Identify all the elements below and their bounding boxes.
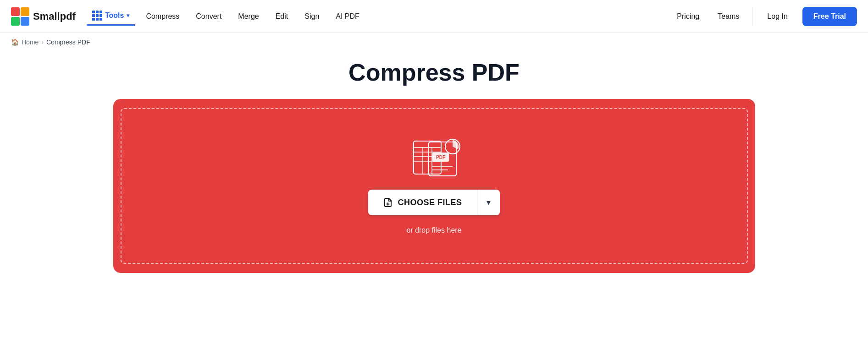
logo-text: Smallpdf xyxy=(33,11,76,22)
tools-label: Tools xyxy=(105,11,124,20)
nav-sign[interactable]: Sign xyxy=(297,9,326,24)
file-plus-icon xyxy=(383,197,393,207)
tools-button[interactable]: Tools ▾ xyxy=(87,7,135,26)
grid-icon xyxy=(92,11,102,21)
header: Smallpdf Tools ▾ Compress Convert Merge … xyxy=(0,0,868,33)
pdf-icon-area: PDF xyxy=(407,137,462,179)
svg-rect-1 xyxy=(21,7,29,16)
dropdown-button[interactable]: ▾ xyxy=(477,190,500,215)
drop-hint: or drop files here xyxy=(406,226,461,234)
nav-edit[interactable]: Edit xyxy=(268,9,296,24)
logo-icon xyxy=(11,7,29,26)
header-divider xyxy=(752,7,752,26)
pricing-link[interactable]: Pricing xyxy=(671,9,705,24)
nav-merge[interactable]: Merge xyxy=(231,9,266,24)
nav-ai-pdf[interactable]: AI PDF xyxy=(328,9,367,24)
choose-files-container: CHOOSE FILES ▾ xyxy=(368,190,499,215)
header-right: Pricing Teams Log In Free Trial xyxy=(671,7,857,26)
choose-files-button[interactable]: CHOOSE FILES xyxy=(368,190,476,215)
svg-rect-0 xyxy=(11,7,20,16)
home-icon: 🏠 xyxy=(11,38,19,46)
free-trial-button[interactable]: Free Trial xyxy=(802,7,857,26)
login-link[interactable]: Log In xyxy=(760,9,795,24)
breadcrumb-home[interactable]: Home xyxy=(22,38,39,46)
svg-rect-3 xyxy=(21,17,29,26)
drop-zone[interactable]: PDF xyxy=(113,99,755,273)
chevron-down-icon: ▾ xyxy=(127,12,129,19)
teams-link[interactable]: Teams xyxy=(712,9,745,24)
svg-text:PDF: PDF xyxy=(436,155,445,160)
nav-compress[interactable]: Compress xyxy=(138,9,187,24)
breadcrumb-current: Compress PDF xyxy=(46,38,90,46)
chevron-down-icon: ▾ xyxy=(487,197,491,207)
nav-convert[interactable]: Convert xyxy=(188,9,229,24)
pdf-files-icon: PDF xyxy=(407,137,462,179)
breadcrumb-separator: › xyxy=(41,38,44,46)
breadcrumb: 🏠 Home › Compress PDF xyxy=(0,33,868,51)
svg-rect-2 xyxy=(11,17,20,26)
page-title: Compress PDF xyxy=(348,59,520,86)
drop-zone-inner: PDF xyxy=(121,108,748,264)
logo-link[interactable]: Smallpdf xyxy=(11,7,76,26)
choose-files-label: CHOOSE FILES xyxy=(398,198,462,207)
main-content: Compress PDF xyxy=(0,51,868,291)
main-nav: Compress Convert Merge Edit Sign AI PDF xyxy=(138,9,671,24)
